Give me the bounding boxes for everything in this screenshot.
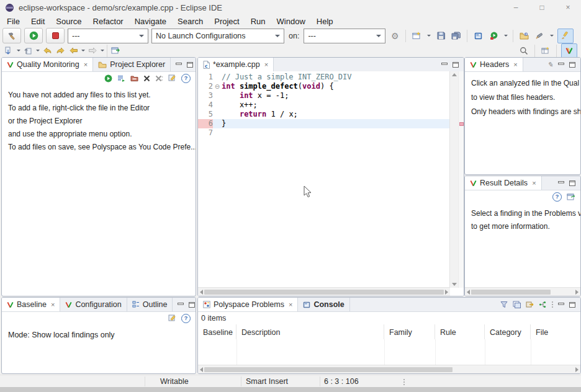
- close-icon[interactable]: ×: [289, 301, 292, 308]
- help-icon[interactable]: ?: [181, 74, 191, 83]
- analysis-list-icon[interactable]: [117, 74, 125, 82]
- minimize-view-icon[interactable]: [178, 302, 184, 308]
- problems-horizontal-scrollbar[interactable]: [198, 365, 580, 373]
- menu-source[interactable]: Source: [50, 17, 87, 26]
- build-button[interactable]: [2, 28, 21, 43]
- save-button[interactable]: [435, 29, 447, 43]
- column-category[interactable]: Category: [485, 324, 531, 340]
- code-lines[interactable]: 1// Just a simple INT_ZERO_DIV2⊖int simp…: [198, 71, 450, 288]
- fold-collapse-icon[interactable]: ⊖: [213, 82, 222, 91]
- code-line[interactable]: 4 x++;: [198, 100, 450, 110]
- menu-help[interactable]: Help: [311, 17, 339, 26]
- window-maximize-button[interactable]: □: [529, 0, 555, 15]
- search-button[interactable]: [518, 44, 530, 58]
- group-view-icon[interactable]: [513, 301, 521, 308]
- build-config-combo[interactable]: ---: [68, 29, 148, 43]
- polyspace-highlight-button[interactable]: [557, 29, 574, 43]
- open-task-button[interactable]: [518, 29, 530, 43]
- menu-window[interactable]: Window: [271, 17, 311, 26]
- new-wizard-button[interactable]: [410, 29, 423, 43]
- run-last-launch-button[interactable]: [487, 29, 500, 43]
- close-icon[interactable]: ×: [513, 61, 517, 68]
- scroll-down-icon[interactable]: [452, 283, 457, 286]
- view-menu-icon[interactable]: [552, 301, 553, 308]
- scroll-right-icon[interactable]: [445, 290, 448, 295]
- line-number[interactable]: 1: [198, 73, 213, 82]
- code-editor[interactable]: 1// Just a simple INT_ZERO_DIV2⊖int simp…: [198, 71, 464, 296]
- run-analysis-icon[interactable]: [104, 74, 112, 82]
- scrollbar-thumb[interactable]: [204, 367, 453, 372]
- code-line[interactable]: 1// Just a simple INT_ZERO_DIV: [198, 73, 450, 82]
- open-perspective-button[interactable]: [539, 44, 552, 58]
- menu-project[interactable]: Project: [209, 17, 245, 26]
- delete-all-icon[interactable]: [155, 75, 163, 82]
- maximize-view-icon[interactable]: [569, 62, 575, 68]
- menu-refactor[interactable]: Refactor: [88, 17, 129, 26]
- forward-button[interactable]: [86, 44, 99, 58]
- new-wizard-dropdown[interactable]: [426, 29, 431, 43]
- minimize-view-icon[interactable]: [558, 180, 564, 186]
- minimize-view-icon[interactable]: [176, 62, 182, 68]
- tab-console[interactable]: Console: [298, 298, 349, 311]
- menu-search[interactable]: Search: [172, 17, 209, 26]
- preferences-icon[interactable]: [168, 314, 176, 322]
- scroll-left-icon[interactable]: [200, 367, 203, 372]
- launch-settings-button[interactable]: ⚙: [389, 29, 401, 43]
- tab-baseline[interactable]: Baseline ×: [2, 298, 60, 311]
- code-line[interactable]: 2⊖int simple_defect(void) {: [198, 82, 450, 91]
- remove-file-icon[interactable]: [130, 74, 138, 82]
- open-result-icon[interactable]: [567, 193, 575, 201]
- last-edit-back-button[interactable]: [41, 44, 53, 58]
- finding-marker[interactable]: [459, 122, 464, 126]
- scrollbar-thumb[interactable]: [204, 290, 444, 295]
- pin-editor-button[interactable]: [109, 44, 122, 58]
- column-rule[interactable]: Rule: [435, 324, 485, 340]
- prev-annotation-button[interactable]: [22, 44, 34, 58]
- close-icon[interactable]: ×: [84, 61, 88, 68]
- maximize-view-icon[interactable]: [569, 302, 575, 308]
- back-button[interactable]: [67, 44, 79, 58]
- scrollbar-thumb[interactable]: [471, 290, 551, 295]
- run-last-dropdown[interactable]: [503, 29, 508, 43]
- maximize-view-icon[interactable]: [453, 62, 459, 68]
- line-number[interactable]: 6: [198, 119, 213, 128]
- run-analysis-button[interactable]: [24, 28, 43, 43]
- statusbar-menu-icon[interactable]: [403, 379, 405, 385]
- code-line[interactable]: 6}: [198, 119, 450, 128]
- tab-project-explorer[interactable]: Project Explorer: [93, 58, 171, 71]
- help-icon[interactable]: ?: [552, 192, 562, 202]
- tab-result-details[interactable]: Result Details ×: [465, 176, 542, 190]
- launch-tool-button[interactable]: [533, 29, 546, 43]
- launch-target-combo[interactable]: ---: [304, 29, 385, 43]
- filter-icon[interactable]: [500, 301, 508, 308]
- tree-mode-icon[interactable]: [539, 301, 547, 308]
- menu-file[interactable]: File: [1, 17, 25, 26]
- last-edit-forward-button[interactable]: [54, 44, 66, 58]
- close-icon[interactable]: ×: [51, 301, 55, 308]
- result-details-horizontal-scrollbar[interactable]: [465, 287, 580, 296]
- next-annotation-dropdown[interactable]: [16, 44, 21, 58]
- column-baseline[interactable]: Baseline: [198, 324, 236, 340]
- close-icon[interactable]: ×: [532, 179, 536, 187]
- column-file[interactable]: File: [531, 324, 580, 340]
- column-family[interactable]: Family: [384, 324, 435, 340]
- tab-headers[interactable]: Headers ×: [465, 58, 523, 71]
- stop-button[interactable]: [46, 28, 65, 43]
- save-all-button[interactable]: [450, 29, 462, 43]
- code-line[interactable]: 5 return 1 / x;: [198, 110, 450, 119]
- minimize-view-icon[interactable]: [558, 302, 564, 308]
- editor-vertical-scrollbar[interactable]: [449, 71, 459, 288]
- scroll-left-icon[interactable]: [200, 290, 203, 295]
- console-view-button[interactable]: [472, 29, 484, 43]
- next-annotation-button[interactable]: [2, 44, 15, 58]
- delete-icon[interactable]: [143, 75, 150, 82]
- window-close-button[interactable]: ×: [555, 0, 581, 15]
- line-number[interactable]: 5: [198, 110, 213, 119]
- prev-annotation-dropdown[interactable]: [35, 44, 40, 58]
- code-line[interactable]: 3 int x = -1;: [198, 91, 450, 100]
- help-icon[interactable]: ?: [181, 314, 191, 323]
- column-description[interactable]: Description: [236, 324, 384, 340]
- maximize-view-icon[interactable]: [189, 302, 195, 308]
- menu-edit[interactable]: Edit: [25, 17, 50, 26]
- polyspace-perspective-button[interactable]: [561, 43, 577, 58]
